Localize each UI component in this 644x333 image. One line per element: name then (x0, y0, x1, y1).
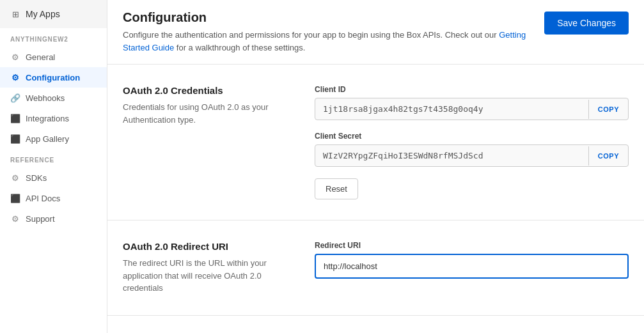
client-id-group: Client ID 1jt18rsa8jgax4h82tgs7t4358g0oq… (315, 85, 629, 120)
save-changes-button[interactable]: Save Changes (544, 12, 629, 35)
oauth-credentials-section: OAuth 2.0 Credentials Credentials for us… (107, 65, 644, 221)
api-docs-icon: ⬛ (10, 193, 20, 203)
client-secret-copy-button[interactable]: COPY (588, 146, 628, 166)
client-id-copy-button[interactable]: COPY (588, 100, 628, 119)
header-left: Configuration Configure the authenticati… (123, 10, 544, 54)
section-left-redirect: OAuth 2.0 Redirect URI The redirect URI … (123, 241, 289, 295)
client-secret-label: Client Secret (315, 132, 629, 141)
sidebar-item-my-apps[interactable]: ⊞ My Apps (0, 0, 107, 28)
section-left-credentials: OAuth 2.0 Credentials Credentials for us… (123, 85, 289, 199)
section-right-credentials: Client ID 1jt18rsa8jgax4h82tgs7t4358g0oq… (315, 85, 629, 199)
webhooks-icon: 🔗 (10, 93, 20, 103)
sidebar-item-integrations[interactable]: ⬛ Integrations (0, 108, 107, 128)
gallery-icon: ⬛ (10, 134, 20, 144)
client-id-label: Client ID (315, 85, 629, 94)
redirect-section-desc: The redirect URI is the URL within your … (123, 257, 289, 295)
sidebar-item-webhooks[interactable]: 🔗 Webhooks (0, 88, 107, 108)
sidebar-section-app: ANYTHINGNEW2 (0, 28, 107, 47)
credentials-section-desc: Credentials for using OAuth 2.0 as your … (123, 101, 289, 126)
client-secret-row: WIzV2RYpgZFqiHoI3ESWdN8rfMSJdScd COPY (315, 144, 629, 167)
sidebar-item-app-gallery[interactable]: ⬛ App Gallery (0, 128, 107, 149)
settings-icon: ⚙ (10, 52, 20, 62)
sidebar-item-label: General (26, 52, 55, 62)
sidebar-my-apps-label: My Apps (26, 9, 60, 19)
sidebar-item-label: SDKs (26, 173, 47, 183)
sidebar-item-label: Configuration (26, 73, 80, 82)
sidebar-item-support[interactable]: ⚙ Support (0, 208, 107, 229)
client-id-value: 1jt18rsa8jgax4h82tgs7t4358g0oq4y (315, 98, 588, 120)
page-title: Configuration (123, 10, 544, 25)
support-icon: ⚙ (10, 213, 20, 224)
sidebar-section-ref: REFERENCE (0, 149, 107, 167)
section-right-redirect: Redirect URI (315, 241, 629, 295)
sidebar-item-label: Integrations (26, 114, 69, 123)
grid-icon: ⊞ (10, 9, 20, 19)
header-bar: Configuration Configure the authenticati… (107, 0, 644, 65)
client-id-row: 1jt18rsa8jgax4h82tgs7t4358g0oq4y COPY (315, 98, 629, 120)
sidebar-item-label: Webhooks (26, 93, 65, 103)
sidebar-item-sdks[interactable]: ⚙ SDKs (0, 167, 107, 188)
header-desc-text1: Configure the authentication and permiss… (123, 30, 499, 40)
config-icon: ⚙ (10, 72, 20, 82)
sidebar-item-label: API Docs (26, 194, 60, 203)
sidebar-item-api-docs[interactable]: ⬛ API Docs (0, 188, 107, 208)
sidebar-item-configuration[interactable]: ⚙ Configuration (0, 67, 107, 88)
client-secret-value: WIzV2RYpgZFqiHoI3ESWdN8rfMSJdScd (315, 145, 588, 166)
credentials-section-title: OAuth 2.0 Credentials (123, 85, 289, 96)
sidebar-item-label: App Gallery (26, 134, 69, 144)
main-content: Configuration Configure the authenticati… (107, 0, 644, 333)
redirect-section-title: OAuth 2.0 Redirect URI (123, 241, 289, 252)
client-secret-group: Client Secret WIzV2RYpgZFqiHoI3ESWdN8rfM… (315, 132, 629, 167)
sidebar: ⊞ My Apps ANYTHINGNEW2 ⚙ General ⚙ Confi… (0, 0, 107, 333)
oauth-redirect-section: OAuth 2.0 Redirect URI The redirect URI … (107, 221, 644, 316)
redirect-uri-label: Redirect URI (315, 241, 629, 250)
redirect-uri-group: Redirect URI (315, 241, 629, 279)
integrations-icon: ⬛ (10, 113, 20, 123)
redirect-uri-input[interactable] (315, 254, 629, 279)
header-desc-text2: for a walkthrough of these settings. (174, 43, 305, 52)
header-description: Configure the authentication and permiss… (123, 29, 544, 54)
reset-button[interactable]: Reset (315, 178, 358, 199)
sdks-icon: ⚙ (10, 173, 20, 183)
sidebar-item-label: Support (26, 214, 55, 224)
sidebar-item-general[interactable]: ⚙ General (0, 47, 107, 67)
